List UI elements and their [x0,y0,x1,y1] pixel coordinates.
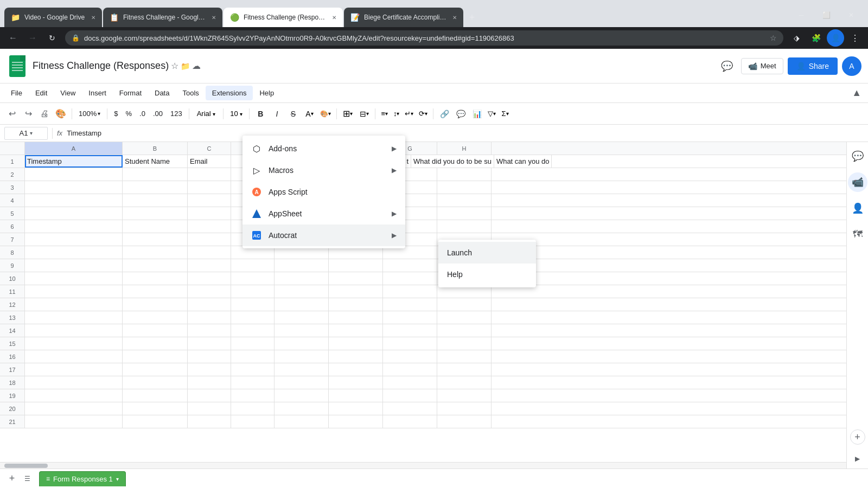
reload-button[interactable]: ↻ [43,29,61,47]
menu-edit[interactable]: Edit [29,86,54,100]
wrap-button[interactable]: ↵▾ [403,108,416,119]
percent-button[interactable]: % [122,108,135,119]
cell-H1[interactable]: What can you do [494,155,552,168]
sheets-logo[interactable] [7,55,28,77]
share-button[interactable]: 👤 Share [788,57,838,75]
sidebar-expand-button[interactable]: ▶ [852,453,863,464]
cell-A1[interactable]: Timestamp [25,155,123,168]
meet-button[interactable]: 📹 Meet [741,58,783,74]
col-header-C[interactable]: C [188,142,231,155]
browser-maximize-button[interactable]: ⬜ [814,5,839,25]
doc-title[interactable]: Fitness Challenge (Responses) [33,60,169,72]
menu-insert[interactable]: Insert [82,86,113,100]
cell-G1[interactable]: What did you do to be su [411,155,494,168]
valign-button[interactable]: ↕▾ [391,108,402,119]
bold-button[interactable]: B [253,106,268,121]
cell-C1[interactable]: Email [188,155,231,168]
strikethrough-button[interactable]: S [285,106,301,121]
menu-file[interactable]: File [4,86,29,100]
h-scroll-thumb[interactable] [4,464,48,468]
italic-button[interactable]: I [269,106,284,121]
cell-reference-box[interactable]: A1 ▾ [4,127,48,140]
menu-addons[interactable]: ⬡ Add-ons ▶ [242,138,405,159]
add-sheet-button[interactable]: + [4,471,20,486]
menu-data[interactable]: Data [148,86,176,100]
sidebar-maps-icon[interactable]: 🗺 [848,224,867,244]
menu-extensions[interactable]: Extensions [206,86,253,100]
tab-drive-close[interactable]: ✕ [91,15,95,21]
bookmark-icon[interactable]: ☆ [770,34,777,42]
sidebar-comments-icon[interactable]: 💬 [848,146,867,166]
tab-forms-close[interactable]: ✕ [212,15,216,21]
redo-button[interactable]: ↪ [21,106,36,121]
forward-button[interactable]: → [24,29,41,47]
function-button[interactable]: Σ▾ [499,108,510,119]
cast-icon[interactable]: ⬗ [788,29,805,47]
star-icon[interactable]: ☆ [171,61,178,71]
cell-B1[interactable]: Student Name [123,155,188,168]
decimal2-button[interactable]: .00 [150,108,166,119]
menu-view[interactable]: View [54,86,82,100]
row-header-1[interactable]: 1 [0,155,25,168]
submenu-launch[interactable]: Launch [438,242,536,264]
menu-appsheet[interactable]: AppSheet ▶ [242,203,405,224]
col-header-A[interactable]: A [25,142,123,155]
cloud-icon[interactable]: ☁ [192,61,201,71]
submenu-help[interactable]: Help [438,264,536,285]
borders-button[interactable]: ⊞▾ [340,106,355,121]
col-header-H[interactable]: H [437,142,492,155]
browser-close-button[interactable]: ✕ [839,5,864,25]
currency-button[interactable]: $ [111,108,121,119]
merge-button[interactable]: ⊟▾ [356,106,372,121]
extensions-icon[interactable]: 🧩 [807,29,825,47]
user-avatar[interactable]: A [842,56,861,76]
menu-macros[interactable]: ▷ Macros ▶ [242,159,405,181]
profile-avatar[interactable]: 👤 [827,29,844,47]
font-selector[interactable]: Arial ▾ [193,108,220,119]
link-button[interactable]: 🔗 [437,106,452,121]
menu-autocrat[interactable]: AC Autocrat ▶ [242,224,405,246]
more-formats-button[interactable]: 123 [167,108,186,119]
toolbar-separator-6 [336,108,337,119]
tab-drive[interactable]: 📁 Video - Google Drive ✕ [4,8,102,27]
tab-forms[interactable]: 📋 Fitness Challenge - Google Form... ✕ [103,8,222,27]
print-button[interactable]: 🖨 [37,106,52,121]
sheet-list-button[interactable]: ☰ [20,471,35,486]
form-responses-tab[interactable]: ≡ Form Responses 1 ▾ [39,471,126,486]
align-button[interactable]: ≡▾ [379,108,390,119]
form-tab-dropdown-icon[interactable]: ▾ [116,476,119,482]
sidebar-contacts-icon[interactable]: 👤 [848,198,867,218]
filter-button[interactable]: ▽▾ [486,108,498,119]
col-header-B[interactable]: B [123,142,188,155]
paint-format-button[interactable]: 🎨 [53,106,68,121]
browser-minimize-button[interactable]: ─ [789,5,814,25]
move-icon[interactable]: 📁 [181,62,190,70]
menu-tools[interactable]: Tools [176,86,205,100]
font-color-button[interactable]: A▾ [302,106,317,121]
font-size-selector[interactable]: 10 ▾ [227,108,246,119]
menu-help[interactable]: Help [253,86,280,100]
url-bar[interactable]: 🔒 docs.google.com/spreadsheets/d/1WknZR6… [65,30,783,46]
h-scrollbar[interactable] [0,462,846,468]
corner-cell[interactable] [0,142,25,155]
undo-button[interactable]: ↩ [4,106,20,121]
menu-apps-script[interactable]: A Apps Script [242,181,405,203]
comment-cell-button[interactable]: 💬 [453,106,468,121]
sidebar-add-button[interactable]: + [850,429,865,445]
tab-keep[interactable]: 📝 Biege Certificate Accomplishmen... ✕ [344,8,463,27]
browser-menu-button[interactable]: ⋮ [846,29,864,47]
menu-format[interactable]: Format [113,86,148,100]
zoom-selector[interactable]: 100% ▾ [75,108,104,119]
decimal1-button[interactable]: .0 [136,108,149,119]
comment-button[interactable]: 💬 [717,56,737,76]
fill-color-button[interactable]: 🎨▾ [318,106,333,121]
collapse-toolbar-button[interactable]: ▲ [850,85,864,101]
tab-sheets[interactable]: 🟢 Fitness Challenge (Responses) -... ✕ [224,8,343,27]
tab-keep-close[interactable]: ✕ [452,15,457,21]
chart-button[interactable]: 📊 [469,106,484,121]
rotate-button[interactable]: ⟳▾ [417,108,430,119]
sidebar-meet-icon[interactable]: 📹 [848,172,867,192]
tab-sheets-close[interactable]: ✕ [332,15,336,21]
new-tab-button[interactable]: + [464,10,480,25]
back-button[interactable]: ← [4,29,22,47]
